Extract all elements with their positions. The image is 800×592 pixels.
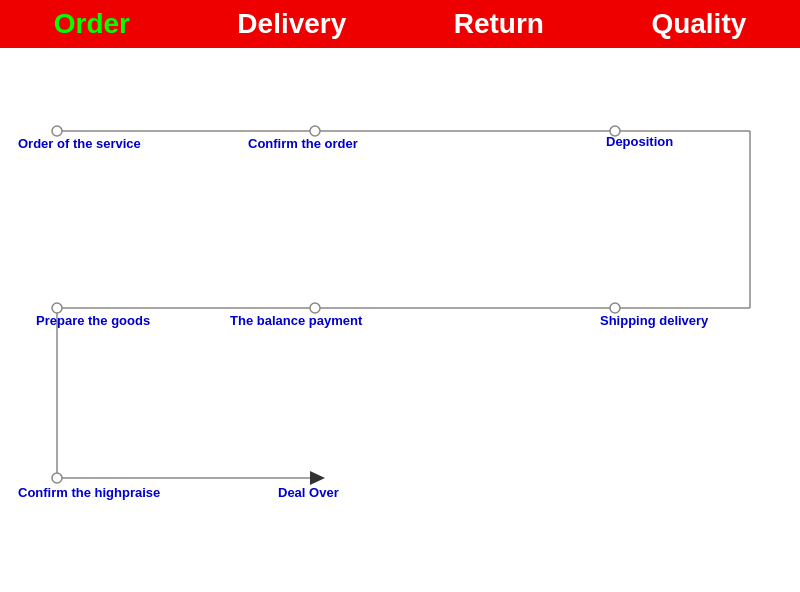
svg-point-11 (52, 303, 62, 313)
header: Order Delivery Return Quality (0, 0, 800, 48)
label-shipping-delivery: Shipping delivery (600, 313, 708, 328)
tab-order[interactable]: Order (54, 8, 130, 40)
label-deal-over: Deal Over (278, 485, 339, 500)
label-confirm-order: Confirm the order (248, 136, 358, 151)
label-deposition: Deposition (606, 134, 673, 149)
tab-quality[interactable]: Quality (651, 8, 746, 40)
svg-point-12 (310, 303, 320, 313)
svg-point-8 (52, 126, 62, 136)
label-prepare-goods: Prepare the goods (36, 313, 150, 328)
label-balance-payment: The balance payment (230, 313, 362, 328)
svg-marker-7 (310, 471, 325, 485)
label-confirm-highpraise: Confirm the highpraise (18, 485, 160, 500)
svg-point-9 (310, 126, 320, 136)
svg-point-13 (610, 303, 620, 313)
diagram: Order of the service Confirm the order D… (0, 48, 800, 592)
tab-delivery[interactable]: Delivery (237, 8, 346, 40)
tab-return[interactable]: Return (454, 8, 544, 40)
svg-point-14 (52, 473, 62, 483)
label-order-of-service: Order of the service (18, 136, 141, 151)
